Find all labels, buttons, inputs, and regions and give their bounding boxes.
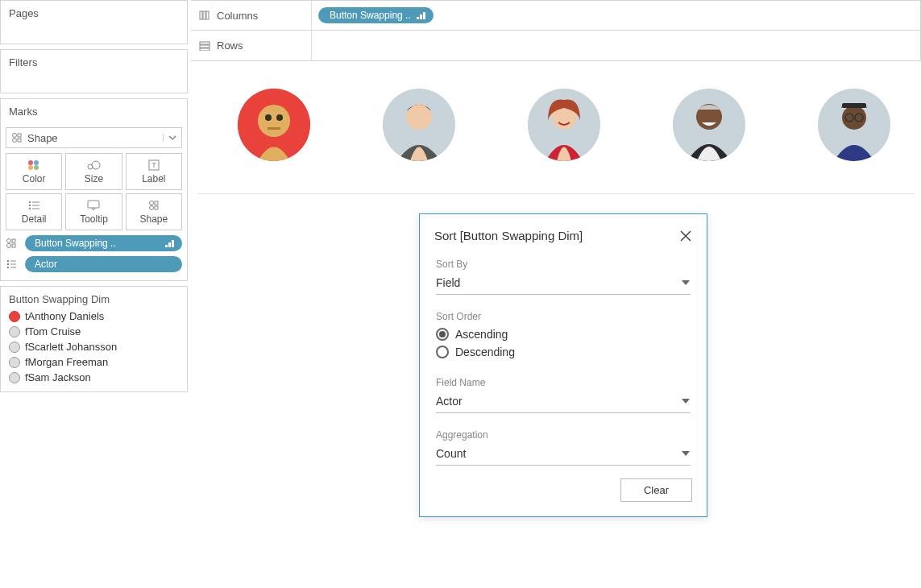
svg-point-23 xyxy=(7,239,11,243)
svg-point-7 xyxy=(34,165,39,170)
legend-item-label: fScarlett Johansson xyxy=(25,341,117,353)
marks-panel: Marks Shape Color xyxy=(0,98,188,281)
ascending-radio[interactable]: Ascending xyxy=(436,325,691,343)
shape-label: Shape xyxy=(139,213,168,225)
sort-by-select[interactable]: Field xyxy=(436,273,691,295)
avatar[interactable] xyxy=(673,89,745,161)
shape-pill[interactable]: Button Swapping .. xyxy=(25,235,182,251)
svg-rect-29 xyxy=(172,240,174,247)
rows-label: Rows xyxy=(217,39,243,52)
tooltip-button[interactable]: Tooltip xyxy=(65,193,122,230)
svg-rect-40 xyxy=(420,14,422,19)
detail-pill-label: Actor xyxy=(35,259,57,270)
legend-item[interactable]: tAnthony Daniels xyxy=(9,310,179,322)
legend-item-label: fMorgan Freeman xyxy=(25,356,108,368)
columns-pill-label: Button Swapping .. xyxy=(330,10,411,21)
avatar[interactable] xyxy=(238,89,310,161)
aggregation-value: Count xyxy=(436,447,466,460)
detail-pill[interactable]: Actor xyxy=(25,256,182,272)
columns-label: Columns xyxy=(217,10,258,22)
ascending-label: Ascending xyxy=(455,328,508,341)
sort-dialog: Sort [Button Swapping Dim] Sort By Field… xyxy=(419,213,707,517)
clear-button[interactable]: Clear xyxy=(620,478,692,502)
radio-icon xyxy=(436,346,449,358)
avatar-row xyxy=(197,72,915,194)
legend-item[interactable]: fScarlett Johansson xyxy=(9,341,179,353)
aggregation-label: Aggregation xyxy=(436,429,691,441)
svg-point-25 xyxy=(7,244,11,248)
field-name-select[interactable]: Actor xyxy=(436,391,691,413)
svg-rect-27 xyxy=(165,245,168,247)
chevron-down-icon xyxy=(681,397,691,405)
tooltip-icon xyxy=(87,199,100,212)
sidebar: Pages Filters Marks Shape xyxy=(0,0,191,588)
svg-rect-41 xyxy=(423,12,425,19)
radio-icon xyxy=(436,328,449,341)
legend-item[interactable]: fSam Jackson xyxy=(9,371,179,383)
avatar[interactable] xyxy=(383,89,455,161)
shapes-icon xyxy=(6,238,20,249)
size-button[interactable]: Size xyxy=(65,153,122,190)
descending-radio[interactable]: Descending xyxy=(436,343,691,361)
svg-point-12 xyxy=(29,201,31,203)
columns-shelf[interactable]: Columns Button Swapping .. xyxy=(191,0,921,31)
label-icon: T xyxy=(148,159,160,172)
svg-point-9 xyxy=(92,161,100,169)
svg-rect-39 xyxy=(417,17,419,19)
svg-point-19 xyxy=(149,201,153,205)
svg-rect-3 xyxy=(18,139,21,142)
svg-rect-24 xyxy=(12,239,15,242)
detail-button[interactable]: Detail xyxy=(6,193,62,230)
rows-icon xyxy=(199,41,210,51)
dialog-title: Sort [Button Swapping Dim] xyxy=(434,229,583,242)
pages-title: Pages xyxy=(1,1,187,43)
label-label: Label xyxy=(142,173,165,184)
svg-point-48 xyxy=(276,114,283,121)
label-button[interactable]: T Label xyxy=(126,153,182,190)
svg-rect-37 xyxy=(203,11,205,19)
mark-type-label: Shape xyxy=(27,132,58,144)
size-icon xyxy=(86,159,101,172)
avatar[interactable] xyxy=(528,89,600,161)
legend-item[interactable]: fTom Cruise xyxy=(9,325,179,337)
sort-by-value: Field xyxy=(436,276,460,289)
svg-point-14 xyxy=(29,208,31,209)
svg-point-5 xyxy=(34,160,39,165)
svg-text:T: T xyxy=(151,161,156,169)
svg-point-46 xyxy=(258,105,290,137)
legend-title: Button Swapping Dim xyxy=(1,287,187,310)
chevron-down-icon xyxy=(163,134,176,142)
field-name-label: Field Name xyxy=(436,377,691,388)
mark-type-dropdown[interactable]: Shape xyxy=(6,127,182,148)
color-button[interactable]: Color xyxy=(6,153,62,190)
shape-button[interactable]: Shape xyxy=(126,193,182,230)
color-icon xyxy=(27,159,40,172)
svg-point-21 xyxy=(149,206,153,210)
svg-rect-43 xyxy=(200,45,210,48)
aggregation-select[interactable]: Count xyxy=(436,444,691,466)
svg-rect-58 xyxy=(842,103,866,108)
sort-by-label: Sort By xyxy=(436,259,691,270)
filters-title: Filters xyxy=(1,50,187,93)
shape-icon xyxy=(148,199,160,212)
chevron-down-icon xyxy=(681,449,691,458)
chevron-down-icon xyxy=(681,279,691,287)
svg-rect-20 xyxy=(155,201,158,205)
svg-point-6 xyxy=(28,165,33,170)
avatar[interactable] xyxy=(818,89,890,161)
tooltip-label: Tooltip xyxy=(80,213,108,225)
svg-rect-22 xyxy=(155,206,158,209)
legend-item[interactable]: fMorgan Freeman xyxy=(9,356,179,368)
legend-item-label: fTom Cruise xyxy=(25,325,81,337)
close-icon[interactable] xyxy=(679,230,692,242)
descending-label: Descending xyxy=(455,346,515,358)
columns-pill[interactable]: Button Swapping .. xyxy=(318,7,434,23)
svg-rect-42 xyxy=(200,42,210,44)
detail-label: Detail xyxy=(22,213,47,225)
rows-shelf[interactable]: Rows xyxy=(191,31,921,61)
svg-point-0 xyxy=(13,134,17,138)
filters-panel: Filters xyxy=(0,49,188,93)
shapes-icon xyxy=(11,132,23,143)
legend-panel: Button Swapping Dim tAnthony Daniels fTo… xyxy=(0,286,188,392)
svg-point-47 xyxy=(265,114,272,121)
